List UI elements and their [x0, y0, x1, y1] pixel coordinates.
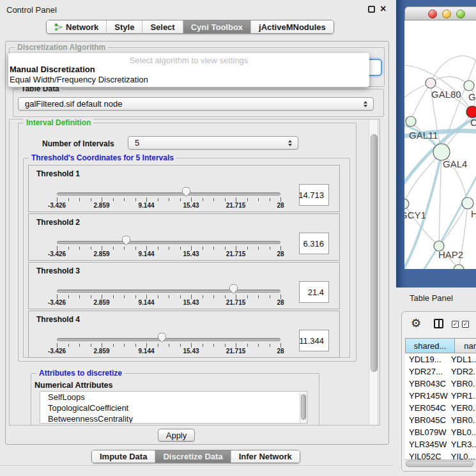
slider-tick — [236, 246, 236, 250]
slider-tick — [146, 295, 147, 299]
slider-tick — [158, 198, 158, 201]
slider-tick-label: 15.43 — [183, 250, 199, 257]
option-equal-width-frequency[interactable]: Equal Width/Frequency Discretization — [10, 75, 148, 84]
network-node-c[interactable] — [466, 106, 476, 118]
float-window-icon[interactable] — [368, 6, 375, 13]
option-manual-discretization[interactable]: Manual Discretization — [10, 65, 95, 74]
slider-track[interactable] — [57, 338, 280, 341]
close-window-icon[interactable] — [428, 10, 437, 19]
node-table-rows: YDL19...YDL1...YDR27...YDR2...YBR043CYBR… — [405, 353, 476, 459]
slider-tick — [247, 198, 248, 201]
tab-jactivemnodules[interactable]: jActiveMNodules — [250, 20, 334, 33]
threshold-value-field[interactable]: 21.4 — [299, 281, 329, 303]
close-icon[interactable]: × — [380, 4, 386, 14]
slider-thumb[interactable] — [181, 187, 191, 197]
table-hscrollbar[interactable] — [404, 459, 476, 468]
network-node-label: C — [470, 117, 476, 128]
panel-scrollbar[interactable] — [369, 119, 378, 425]
checkbox-icon-2[interactable]: ✓ — [462, 321, 469, 328]
zoom-window-icon[interactable] — [456, 10, 465, 19]
network-node-label: GAL11 — [409, 130, 438, 141]
network-window-titlebar[interactable] — [404, 6, 476, 20]
network-node-ha[interactable] — [462, 197, 473, 209]
slider-tick-label: 28 — [277, 299, 284, 306]
network-canvas[interactable]: GAL80GACGAL11GAL4GCY1HAHAP2 — [404, 20, 476, 269]
list-scrollbar[interactable] — [300, 392, 307, 424]
slider-tick — [146, 197, 147, 202]
threshold-value-field[interactable]: 11.344 — [299, 330, 329, 351]
table-row[interactable]: YDR27...YDR2... — [405, 365, 476, 378]
column-header-2[interactable]: name — [455, 338, 476, 353]
tab-network[interactable]: Network — [47, 20, 106, 33]
table-row[interactable]: YIL052CYIL0... — [405, 450, 476, 459]
slider-tick — [270, 247, 270, 250]
slider-tick-label: 2.859 — [93, 250, 109, 257]
network-node-ga[interactable] — [464, 81, 474, 91]
list-scrollbar-thumb[interactable] — [301, 394, 306, 420]
slider-track[interactable] — [57, 289, 280, 293]
slider-tick — [79, 198, 80, 201]
view-tab-bar: NetworkStyleSelectCyni ToolboxjActiveMNo… — [46, 20, 334, 34]
network-node-label: GA — [468, 91, 476, 102]
tab-select[interactable]: Select — [142, 20, 182, 33]
threshold-value-field[interactable]: 6.316 — [299, 233, 329, 254]
table-row[interactable]: YPR145WYPR1... — [405, 390, 476, 402]
slider-track[interactable] — [57, 241, 280, 244]
network-node-gal11[interactable] — [406, 116, 416, 127]
slider-tick-label: 9.144 — [138, 348, 154, 355]
tab-impute-data[interactable]: Impute Data — [92, 450, 155, 463]
slider-thumb[interactable] — [157, 332, 167, 343]
slider-tick — [247, 295, 248, 298]
slider-thumb[interactable] — [229, 284, 238, 295]
tab-infer-network[interactable]: Infer Network — [231, 450, 300, 463]
threshold-value-field[interactable]: 14.713 — [299, 184, 329, 206]
slider-tick-label: -3.426 — [48, 299, 66, 306]
tab-style[interactable]: Style — [106, 20, 142, 33]
table-row[interactable]: YER054CYER0... — [405, 402, 476, 414]
algorithm-dropdown-popup: Select algorithm to view settings Manual… — [8, 53, 369, 87]
table-cell-shared-name: YBL079W — [405, 427, 448, 437]
attribute-item[interactable]: TopologicalCoefficient — [40, 403, 307, 413]
slider-tick — [169, 344, 169, 347]
slider-tick — [135, 344, 136, 347]
table-data-combo-value: galFiltered.sif default node — [25, 99, 122, 109]
slider-tick-label: 21.715 — [226, 348, 246, 355]
slider-tick-label: -3.426 — [48, 250, 66, 257]
table-hscrollbar-thumb[interactable] — [406, 461, 473, 467]
attribute-item[interactable]: SelfLoops — [40, 392, 307, 403]
minimize-window-icon[interactable] — [442, 10, 451, 19]
table-row[interactable]: YLR345WYLR3... — [405, 438, 476, 450]
table-row[interactable]: YDL19...YDL1... — [405, 353, 476, 365]
gear-icon[interactable]: ⚙ — [411, 318, 421, 329]
slider-tick-label: -3.426 — [48, 202, 66, 209]
slider-tick — [236, 343, 236, 348]
split-view-icon[interactable] — [434, 319, 443, 328]
attribute-item[interactable]: BetweennessCentrality — [40, 413, 307, 424]
apply-button[interactable]: Apply — [158, 429, 195, 441]
slider-tick-label: 28 — [277, 250, 284, 257]
table-row[interactable]: YBR043CYBR0... — [405, 378, 476, 390]
network-node-gal80[interactable] — [426, 78, 436, 88]
slider-tick — [225, 198, 226, 201]
column-header-1[interactable]: shared... — [405, 338, 455, 353]
panel-scrollbar-thumb[interactable] — [371, 134, 378, 372]
slider-tick-label: 9.144 — [138, 250, 154, 257]
slider-tick — [135, 295, 136, 298]
slider-thumb[interactable] — [121, 235, 131, 246]
network-node-gcy1[interactable] — [404, 199, 409, 209]
slider-tick — [68, 344, 69, 347]
slider-tick — [213, 295, 214, 298]
slider-tick — [236, 197, 236, 202]
num-intervals-combo[interactable]: 5 — [128, 136, 298, 150]
tab-discretize-data[interactable]: Discretize Data — [155, 450, 230, 463]
slider-tick — [102, 343, 102, 348]
checkbox-icon-1[interactable]: ✓ — [452, 321, 459, 328]
table-data-combo[interactable]: galFiltered.sif default node — [18, 97, 374, 111]
table-row[interactable]: YBR045CYBR0... — [405, 414, 476, 426]
table-row[interactable]: YBL079WYBL0... — [405, 426, 476, 438]
network-view[interactable]: GAL80GACGAL11GAL4GCY1HAHAP2 — [404, 20, 476, 269]
slider-tick — [236, 295, 236, 299]
tab-cyni-toolbox[interactable]: Cyni Toolbox — [183, 20, 250, 33]
slider-track[interactable] — [57, 192, 280, 196]
slider-tick-label: 21.715 — [226, 299, 246, 306]
